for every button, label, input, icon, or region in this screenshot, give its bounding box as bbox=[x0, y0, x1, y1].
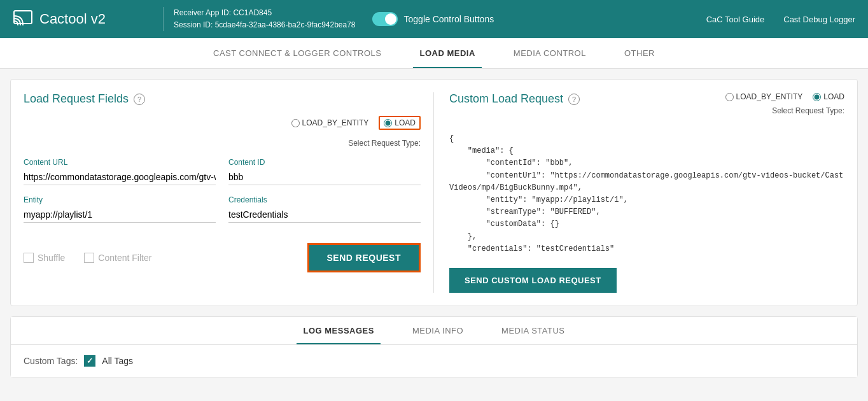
tab-log-messages[interactable]: LOG MESSAGES bbox=[297, 317, 380, 344]
app-header: Cactool v2 Receiver App ID: CC1AD845 Ses… bbox=[0, 0, 868, 38]
content-id-label: Content ID bbox=[228, 158, 421, 167]
credentials-label: Credentials bbox=[228, 195, 421, 204]
cast-debug-logger-link[interactable]: Cast Debug Logger bbox=[783, 15, 855, 24]
content-filter-checkbox[interactable] bbox=[84, 253, 94, 263]
tab-media-control[interactable]: MEDIA CONTROL bbox=[507, 38, 592, 68]
cac-tool-guide-link[interactable]: CaC Tool Guide bbox=[706, 15, 765, 24]
right-panel: Custom Load Request ? LOAD_BY_ENTITY LOA… bbox=[434, 92, 844, 293]
credentials-group: Credentials bbox=[228, 195, 421, 223]
content-id-input[interactable] bbox=[228, 169, 421, 185]
custom-radio-load-by-entity-label[interactable]: LOAD_BY_ENTITY bbox=[725, 92, 803, 101]
custom-load-title: Custom Load Request ? bbox=[449, 92, 580, 106]
header-links: CaC Tool Guide Cast Debug Logger bbox=[706, 15, 855, 24]
tab-media-info[interactable]: MEDIA INFO bbox=[406, 317, 470, 344]
custom-tags-label: Custom Tags: bbox=[24, 356, 78, 366]
form-row-2: Entity Credentials bbox=[24, 195, 421, 223]
checkbox-row: Shuffle Content Filter bbox=[24, 253, 151, 263]
content-url-group: Content URL bbox=[24, 158, 216, 185]
radio-load-by-entity-label[interactable]: LOAD_BY_ENTITY bbox=[291, 118, 369, 127]
send-custom-load-request-button[interactable]: SEND CUSTOM LOAD REQUEST bbox=[449, 268, 617, 293]
entity-input[interactable] bbox=[24, 207, 216, 223]
content-id-group: Content ID bbox=[228, 158, 421, 185]
radio-load-label[interactable]: LOAD bbox=[379, 116, 421, 130]
toggle-area[interactable]: Toggle Control Buttons bbox=[372, 12, 494, 26]
load-request-card: Load Request Fields ? LOAD_BY_ENTITY LOA… bbox=[10, 79, 858, 306]
custom-radio-load-by-entity[interactable] bbox=[725, 93, 734, 101]
session-id: Session ID: 5cdae4fa-32aa-4386-ba2c-9fac… bbox=[174, 19, 356, 31]
bottom-nav: LOG MESSAGES MEDIA INFO MEDIA STATUS bbox=[11, 317, 857, 345]
all-tags-label: All Tags bbox=[102, 356, 133, 366]
radio-load[interactable] bbox=[384, 119, 392, 127]
send-request-button[interactable]: SEND REQUEST bbox=[307, 243, 421, 272]
logo-area: Cactool v2 bbox=[13, 7, 153, 32]
content-url-label: Content URL bbox=[24, 158, 216, 167]
entity-group: Entity bbox=[24, 195, 216, 223]
custom-radio-load[interactable] bbox=[813, 93, 821, 101]
shuffle-checkbox-label[interactable]: Shuffle bbox=[24, 253, 65, 263]
radio-load-by-entity[interactable] bbox=[291, 119, 300, 127]
tab-cast-connect[interactable]: CAST CONNECT & LOGGER CONTROLS bbox=[207, 38, 388, 68]
toggle-control-buttons[interactable] bbox=[372, 12, 398, 26]
content-url-input[interactable] bbox=[24, 169, 216, 185]
custom-tags-row: Custom Tags: All Tags bbox=[24, 355, 844, 367]
form-row-1: Content URL Content ID bbox=[24, 158, 421, 185]
tab-load-media[interactable]: LOAD MEDIA bbox=[413, 38, 481, 68]
custom-load-radio-group: LOAD_BY_ENTITY LOAD bbox=[725, 92, 844, 101]
all-tags-checkbox[interactable] bbox=[84, 355, 95, 367]
custom-select-request-type: Select Request Type: bbox=[725, 106, 844, 115]
entity-label: Entity bbox=[24, 195, 216, 204]
cast-icon bbox=[13, 7, 33, 32]
two-col-layout: Load Request Fields ? LOAD_BY_ENTITY LOA… bbox=[24, 92, 844, 293]
load-request-help-icon[interactable]: ? bbox=[134, 94, 145, 105]
main-nav: CAST CONNECT & LOGGER CONTROLS LOAD MEDI… bbox=[0, 38, 868, 69]
load-request-radio-group: LOAD_BY_ENTITY LOAD bbox=[291, 116, 421, 130]
bottom-card: LOG MESSAGES MEDIA INFO MEDIA STATUS Cus… bbox=[10, 316, 858, 377]
header-session-info: Receiver App ID: CC1AD845 Session ID: 5c… bbox=[163, 7, 356, 31]
load-request-title: Load Request Fields ? bbox=[24, 92, 421, 106]
content-filter-checkbox-label[interactable]: Content Filter bbox=[84, 253, 151, 263]
custom-json-editor[interactable]: { "media": { "contentId": "bbb", "conten… bbox=[449, 133, 844, 255]
toggle-label: Toggle Control Buttons bbox=[404, 14, 494, 24]
receiver-app-id: Receiver App ID: CC1AD845 bbox=[174, 7, 356, 19]
main-content: Load Request Fields ? LOAD_BY_ENTITY LOA… bbox=[0, 69, 868, 388]
tab-other[interactable]: OTHER bbox=[618, 38, 661, 68]
custom-load-radio-area: LOAD_BY_ENTITY LOAD Select Request Type: bbox=[725, 92, 844, 125]
tab-media-status[interactable]: MEDIA STATUS bbox=[495, 317, 571, 344]
custom-radio-load-label[interactable]: LOAD bbox=[813, 92, 844, 101]
credentials-input[interactable] bbox=[228, 207, 421, 223]
left-panel: Load Request Fields ? LOAD_BY_ENTITY LOA… bbox=[24, 92, 434, 293]
custom-load-help-icon[interactable]: ? bbox=[568, 94, 580, 105]
app-title: Cactool v2 bbox=[39, 11, 106, 27]
shuffle-checkbox[interactable] bbox=[24, 253, 34, 263]
bottom-section: Custom Tags: All Tags bbox=[11, 345, 857, 377]
select-request-type-label: Select Request Type: bbox=[348, 139, 421, 148]
